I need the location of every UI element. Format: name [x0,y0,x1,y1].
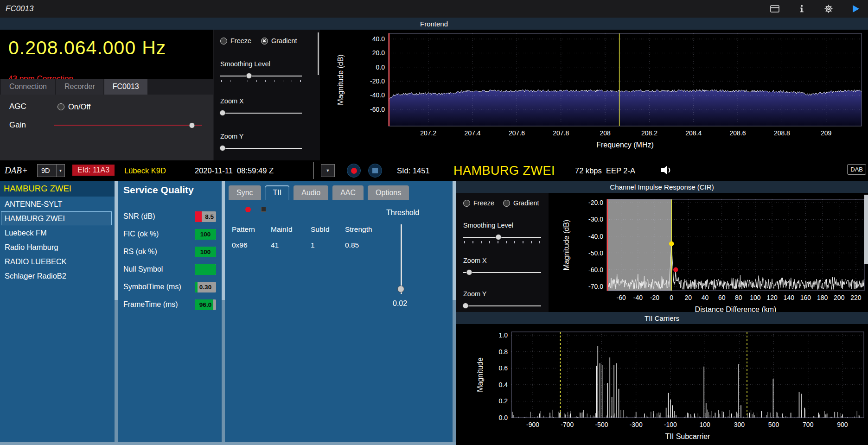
svg-text:140: 140 [784,294,795,301]
threshold-value: 0.02 [393,299,447,308]
tab-sync[interactable]: Sync [229,185,261,200]
spectrum-zoomy-label: Zoom Y [220,133,244,140]
record-icon [351,168,357,174]
frontend-panel-title: Frontend [0,18,868,30]
scrollbar[interactable] [453,181,456,445]
tii-col-header: Pattern [232,225,271,234]
svg-text:-40: -40 [633,294,643,301]
svg-text:207.2: 207.2 [420,129,436,137]
svg-text:207.4: 207.4 [465,129,481,137]
quality-row: FIC (ok %)100 [123,225,216,243]
spectrum-smoothing-label: Smoothing Level [220,60,270,68]
station-item[interactable]: Luebeck FM [1,226,112,240]
scrollbar-thumb[interactable] [222,181,225,300]
agc-onoff-radio[interactable] [57,103,64,110]
quality-badge: 100 [195,247,216,257]
gain-slider[interactable] [54,122,202,129]
channel-dropdown[interactable]: 9D ▼ [37,164,65,177]
spectrum-plot-area: 207.2207.4207.6207.8208208.2208.4208.620… [320,30,868,160]
station-list-panel: HAMBURG ZWEI ANTENNE-SYLTHAMBURG ZWEILue… [0,181,115,445]
cir-zoomy-slider[interactable] [463,302,541,309]
svg-text:500: 500 [768,421,779,428]
window-icon[interactable] [769,3,781,15]
cir-zoomx-slider[interactable] [463,269,541,276]
chevron-down-icon: ▼ [56,165,64,177]
quality-row: RS (ok %)100 [123,243,216,261]
cir-smoothing-slider[interactable] [463,234,541,241]
svg-text:0: 0 [670,294,673,301]
cir-plot: -60-40-20020406080100120140160180200220-… [549,193,868,312]
svg-text:-900: -900 [526,421,539,428]
frequency-display: 0.208.064.000Hz [8,37,166,59]
spectrum-zoomx-slider[interactable] [220,109,302,116]
quality-badge [195,264,216,275]
spectrum-freeze-radio[interactable] [220,38,227,44]
station-item[interactable]: ANTENNE-SYLT [1,197,112,211]
tuner-tab-recorder[interactable]: Recorder [56,79,103,95]
quality-row: SymbolTime (ms)0.30 [123,278,216,296]
scrollbar[interactable] [864,195,868,264]
tii-tab-panel: SyncTIIAudioAACOptions PatternMainIdSubI… [225,181,453,445]
agc-row: AGC On/Off [9,102,202,111]
frontend-panel: Frontend 0.208.064.000Hz 43 ppm Correcti… [0,18,868,160]
stop-button[interactable] [368,164,382,178]
service-quality-rows: SNR (dB)8.5FIC (ok %)100RS (ok %)100Null… [123,208,216,313]
cir-zoomy-label: Zoom Y [463,290,487,298]
svg-text:207.6: 207.6 [509,129,525,137]
record-button[interactable] [347,164,361,178]
spectrum-smoothing-slider[interactable] [220,72,302,79]
tii-col-header: MainId [271,225,311,234]
play-button[interactable] [849,3,862,15]
cir-plot-area: -60-40-20020406080100120140160180200220-… [549,193,868,312]
tab-audio[interactable]: Audio [294,185,328,200]
titlebar-icons [769,3,862,15]
spectrum-zoomy-slider[interactable] [220,145,302,152]
scrollbar-thumb[interactable] [453,181,456,300]
threshold-control: Threshold 0.02 [386,209,447,308]
gain-row: Gain [9,121,202,130]
station-dropdown-button[interactable]: ▼ [321,164,335,177]
tab-aac[interactable]: AAC [332,185,364,200]
station-item[interactable]: Radio Hamburg [1,240,112,254]
right-column: Channel Impulse Response (CIR) Freeze Gr… [456,181,868,445]
station-item[interactable]: RADIO LUEBECK [1,254,112,268]
scrollbar-thumb[interactable] [115,181,118,300]
tii-status-square [261,207,266,212]
cir-gradient-radio[interactable] [503,200,510,207]
station-item[interactable]: Schlager RadioB2 [1,269,112,283]
controls-scrollbar[interactable] [318,32,319,75]
svg-text:40: 40 [702,294,709,301]
horizontal-scrollbar[interactable] [0,442,456,445]
svg-text:80: 80 [735,294,742,301]
scrollbar[interactable] [115,181,118,445]
svg-text:0.4: 0.4 [499,381,508,388]
svg-text:-100: -100 [664,421,677,428]
cir-freeze-radio[interactable] [463,200,470,207]
speaker-icon[interactable] [660,165,672,178]
svg-text:220: 220 [850,294,862,301]
threshold-slider[interactable] [397,224,405,294]
datetime-label: 2020-11-11 08:59:49 Z [195,160,274,181]
service-quality-title: Service Quality [118,181,222,196]
tuner-tab-fc0013[interactable]: FC0013 [104,79,147,95]
station-item[interactable]: HAMBURG ZWEI [1,211,112,225]
info-icon[interactable] [796,3,808,15]
channel-value: 9D [38,167,56,174]
tab-options[interactable]: Options [368,185,409,200]
svg-text:-60: -60 [617,294,626,301]
cir-zoomx-label: Zoom X [463,257,487,264]
svg-text:100: 100 [699,421,710,428]
svg-text:207.8: 207.8 [553,129,569,137]
tab-tii[interactable]: TII [265,185,290,200]
agc-label: AGC [9,102,54,111]
gear-icon[interactable] [823,3,835,15]
threshold-label: Threshold [386,209,447,217]
tuner-tab-connection[interactable]: Connection [1,79,55,95]
threshold-slider-handle[interactable] [397,286,404,292]
scrollbar[interactable] [222,181,225,445]
svg-text:-300: -300 [630,421,643,428]
quality-badge: 100 [195,229,216,240]
spectrum-gradient-radio[interactable] [261,38,268,44]
svg-text:160: 160 [800,294,811,301]
svg-text:20.0: 20.0 [372,49,385,57]
